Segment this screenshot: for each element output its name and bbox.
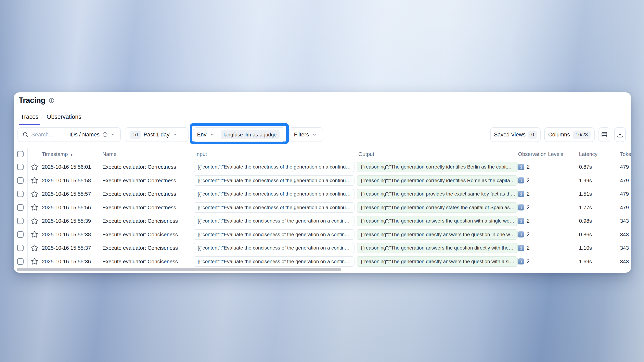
tokens-cell: 479 → [620, 177, 631, 184]
name-cell: Execute evaluator: Correctness [102, 191, 176, 197]
table-row[interactable]: 2025-10-16 15:55:38 Execute evaluator: C… [14, 228, 631, 242]
search-placeholder: Search... [31, 132, 53, 138]
info-icon [102, 132, 108, 137]
output-cell[interactable]: {"reasoning":"The generation provides th… [357, 189, 518, 199]
horizontal-scrollbar[interactable] [17, 268, 341, 271]
output-cell[interactable]: {"reasoning":"The generation directly an… [357, 256, 518, 267]
latency-cell: 1.99s [579, 177, 592, 184]
table-row[interactable]: 2025-10-16 15:56:01 Execute evaluator: C… [14, 160, 631, 174]
table-row[interactable]: 2025-10-16 15:55:56 Execute evaluator: C… [14, 201, 631, 215]
observation-levels-cell: i 2 [518, 191, 530, 197]
observation-count: 2 [526, 245, 530, 251]
info-icon[interactable] [49, 98, 54, 103]
page-header: Tracing [19, 96, 54, 105]
star-icon[interactable] [31, 204, 38, 211]
table-row[interactable]: 2025-10-16 15:55:36 Execute evaluator: C… [14, 255, 631, 269]
star-icon[interactable] [31, 244, 38, 252]
timestamp-cell: 2025-10-16 15:55:39 [42, 218, 91, 224]
saved-views-button[interactable]: Saved Views 0 [490, 127, 540, 142]
star-icon[interactable] [31, 177, 38, 184]
latency-cell: 1.51s [579, 191, 592, 197]
output-cell[interactable]: {"reasoning":"The generation answers the… [357, 216, 518, 226]
input-cell[interactable]: [{"content":"Evaluate the correctness of… [194, 202, 354, 213]
output-cell[interactable]: {"reasoning":"The generation correctly i… [357, 162, 518, 172]
column-header-output[interactable]: Output [358, 148, 374, 160]
divider [218, 131, 218, 139]
observation-levels-cell: i 2 [518, 164, 530, 170]
row-checkbox[interactable] [17, 258, 24, 265]
star-icon[interactable] [31, 258, 38, 265]
name-cell: Execute evaluator: Conciseness [102, 231, 178, 238]
time-shortcut-badge: 1d [130, 131, 141, 139]
info-level-icon: i [518, 231, 524, 238]
column-header-latency[interactable]: Latency [579, 148, 598, 160]
star-icon[interactable] [31, 163, 38, 171]
output-cell[interactable]: {"reasoning":"The generation directly an… [357, 229, 518, 240]
search-input[interactable]: Search... IDs / Names [18, 127, 121, 142]
sort-desc-icon: ▼ [70, 153, 73, 157]
input-cell[interactable]: [{"content":"Evaluate the conciseness of… [194, 243, 354, 253]
column-header-input[interactable]: Input [195, 148, 207, 160]
table-row[interactable]: 2025-10-16 15:55:39 Execute evaluator: C… [14, 214, 631, 228]
table-row[interactable]: 2025-10-16 15:55:37 Execute evaluator: C… [14, 241, 631, 255]
info-level-icon: i [518, 164, 524, 170]
page-title: Tracing [19, 96, 46, 105]
input-cell[interactable]: [{"content":"Evaluate the conciseness of… [194, 229, 354, 240]
input-cell[interactable]: [{"content":"Evaluate the correctness of… [194, 162, 354, 172]
info-level-icon: i [518, 191, 524, 197]
time-range-label: Past 1 day [144, 132, 170, 138]
tracing-panel: Tracing Traces Observations Search... ID… [14, 92, 631, 273]
row-checkbox[interactable] [17, 204, 24, 211]
column-header-timestamp[interactable]: Timestamp▼ [42, 148, 73, 161]
input-cell[interactable]: [{"content":"Evaluate the correctness of… [194, 175, 354, 186]
output-cell[interactable]: {"reasoning":"The generation correctly s… [357, 202, 518, 213]
chevron-down-icon [312, 132, 317, 137]
input-cell[interactable]: [{"content":"Evaluate the conciseness of… [194, 216, 354, 226]
time-range-button[interactable]: 1d Past 1 day [125, 127, 188, 142]
info-level-icon: i [518, 177, 524, 184]
observation-count: 2 [526, 204, 530, 211]
search-scope-label[interactable]: IDs / Names [69, 132, 100, 138]
env-label: Env [197, 132, 206, 138]
row-checkbox[interactable] [17, 231, 24, 238]
input-cell[interactable]: [{"content":"Evaluate the conciseness of… [194, 256, 354, 267]
column-header-name[interactable]: Name [102, 148, 116, 160]
env-value-badge[interactable]: langfuse-llm-as-a-judge [221, 130, 280, 139]
env-filter-button[interactable]: Env langfuse-llm-as-a-judge [193, 127, 285, 142]
star-icon[interactable] [31, 217, 38, 225]
timestamp-cell: 2025-10-16 15:55:58 [42, 177, 91, 184]
table-row[interactable]: 2025-10-16 15:55:58 Execute evaluator: C… [14, 174, 631, 188]
row-checkbox[interactable] [17, 245, 24, 251]
latency-cell: 1.69s [579, 258, 592, 265]
export-button[interactable] [614, 127, 626, 142]
row-height-button[interactable] [598, 127, 610, 142]
table-header: Timestamp▼ Name Input Output Observation… [14, 148, 631, 160]
tab-observations[interactable]: Observations [45, 112, 83, 125]
observation-count: 2 [526, 218, 530, 224]
output-cell[interactable]: {"reasoning":"The generation correctly i… [357, 175, 518, 186]
observation-levels-cell: i 2 [518, 218, 530, 224]
name-cell: Execute evaluator: Correctness [102, 164, 176, 170]
tab-traces[interactable]: Traces [19, 112, 40, 125]
filters-button[interactable]: Filters [289, 127, 323, 142]
columns-count-badge: 16/28 [573, 131, 590, 139]
column-header-observation-levels[interactable]: Observation Levels [518, 148, 563, 160]
select-all-checkbox[interactable] [17, 151, 24, 157]
filters-label: Filters [294, 132, 309, 138]
star-icon[interactable] [31, 231, 38, 238]
columns-button[interactable]: Columns 16/28 [544, 127, 595, 142]
row-checkbox[interactable] [17, 177, 24, 184]
star-icon[interactable] [31, 190, 38, 198]
info-level-icon: i [518, 218, 524, 224]
column-divider [27, 148, 28, 268]
table-row[interactable]: 2025-10-16 15:55:57 Execute evaluator: C… [14, 187, 631, 201]
row-checkbox[interactable] [17, 191, 24, 197]
output-cell[interactable]: {"reasoning":"The generation answers the… [357, 243, 518, 253]
chevron-down-icon [172, 132, 178, 137]
observation-levels-cell: i 2 [518, 231, 530, 238]
input-cell[interactable]: [{"content":"Evaluate the correctness of… [194, 189, 354, 199]
row-checkbox[interactable] [17, 164, 24, 170]
observation-count: 2 [526, 191, 530, 197]
row-checkbox[interactable] [17, 218, 24, 224]
column-header-tokens[interactable]: Tokens [620, 148, 631, 160]
